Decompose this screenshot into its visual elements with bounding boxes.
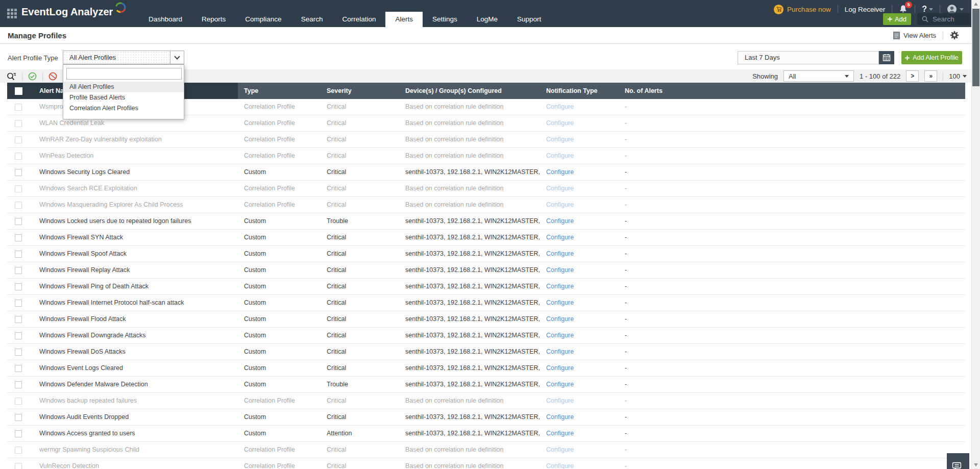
configure-link[interactable]: Configure [546,332,574,339]
row-checkbox[interactable] [15,202,22,209]
notifications-bell-icon[interactable]: 5 [899,5,908,14]
next-page-button[interactable]: > [906,70,919,82]
dropdown-option-all-alert-profiles[interactable]: All Alert Profiles [63,82,184,92]
scrollbar-thumb[interactable] [972,9,979,86]
configure-link[interactable]: Configure [546,315,574,323]
type-cell: Custom [238,377,321,392]
row-checkbox[interactable] [15,316,22,323]
alert-profile-type-select[interactable]: All Alert Profiles [63,51,184,64]
configure-link[interactable]: Configure [546,364,574,372]
scroll-down-arrow-icon[interactable] [974,463,978,466]
configure-link[interactable]: Configure [546,446,574,453]
configure-link[interactable]: Configure [546,381,574,388]
alert-name-cell: Windows Audit Events Dropped [30,409,238,425]
log-receiver-link[interactable]: Log Receiver [845,6,886,13]
row-checkbox[interactable] [15,169,22,176]
nav-alerts[interactable]: Alerts [385,12,423,27]
last-page-button[interactable]: » [924,70,937,82]
nav-dashboard[interactable]: Dashboard [139,12,192,27]
column-header-type[interactable]: Type [238,83,321,99]
configure-link[interactable]: Configure [546,234,574,241]
enable-alert-icon[interactable] [28,72,37,81]
column-header-severity[interactable]: Severity [321,83,399,99]
type-cell: Custom [238,230,321,245]
configure-link[interactable]: Configure [546,201,574,208]
configure-link[interactable]: Configure [546,413,574,421]
configure-link[interactable]: Configure [546,397,574,404]
vertical-scrollbar[interactable] [971,0,980,469]
chat-support-button[interactable] [947,453,969,469]
configure-link[interactable]: Configure [546,299,574,306]
nav-logme[interactable]: LogMe [467,12,507,27]
disable-alert-icon[interactable] [48,72,57,81]
app-logo[interactable]: EventLog Analyzer [21,6,127,18]
select-chevron-box[interactable] [170,51,184,64]
configure-link[interactable]: Configure [546,168,574,176]
nav-settings[interactable]: Settings [423,12,467,27]
configure-link[interactable]: Configure [546,185,574,192]
column-header-notification-type[interactable]: Notification Type [540,83,619,99]
configure-link[interactable]: Configure [546,283,574,290]
column-header-devices[interactable]: Device(s) / Group(s) Configured [399,83,540,99]
view-alerts-button[interactable]: View Alerts [893,32,936,39]
row-checkbox[interactable] [15,153,22,160]
nav-reports[interactable]: Reports [192,12,235,27]
row-checkbox[interactable] [15,185,22,192]
help-menu[interactable]: ? [922,5,933,14]
settings-gear-icon[interactable] [950,31,959,40]
configure-link[interactable]: Configure [546,136,574,143]
row-checkbox[interactable] [15,218,22,225]
configure-link[interactable]: Configure [546,266,574,274]
purchase-now-link[interactable]: Purchase now [774,5,831,14]
row-checkbox[interactable] [15,447,22,454]
configure-link[interactable]: Configure [546,119,574,127]
row-checkbox[interactable] [15,136,22,143]
row-checkbox[interactable] [15,234,22,241]
alert-profile-type-value: All Alert Profiles [63,51,170,64]
apps-grid-icon[interactable] [7,8,18,19]
configure-link[interactable]: Configure [546,152,574,159]
nav-compliance[interactable]: Compliance [235,12,291,27]
global-search-input[interactable]: Search [917,13,970,25]
page-size-select[interactable]: 100 [949,72,967,80]
row-checkbox[interactable] [15,398,22,405]
date-range-input[interactable]: Last 7 Days [738,51,879,64]
row-checkbox[interactable] [15,300,22,307]
dropdown-option-profile-based-alerts[interactable]: Profile Based Alerts [63,92,184,103]
user-menu[interactable] [947,4,964,14]
dropdown-search-input[interactable] [66,68,182,80]
nav-correlation[interactable]: Correlation [332,12,385,27]
search-profiles-icon[interactable] [7,72,16,81]
scroll-up-arrow-icon[interactable] [974,3,978,6]
row-checkbox[interactable] [15,381,22,388]
calendar-icon [883,54,891,62]
nav-support[interactable]: Support [507,12,551,27]
row-checkbox[interactable] [15,104,22,111]
configure-link[interactable]: Configure [546,430,574,437]
row-checkbox[interactable] [15,365,22,372]
column-header-no-of-alerts[interactable]: No. of Alerts [619,83,965,99]
logo-swoosh-icon [114,1,127,17]
row-checkbox[interactable] [15,463,22,469]
row-checkbox[interactable] [15,120,22,127]
table-row: wermgr Spawning Suspicious Child Correla… [7,442,965,458]
configure-link[interactable]: Configure [546,250,574,257]
nav-search[interactable]: Search [291,12,333,27]
add-button[interactable]: Add [883,13,911,25]
row-checkbox[interactable] [15,414,22,421]
row-checkbox[interactable] [15,267,22,274]
dropdown-option-correlation-alert-profiles[interactable]: Correlation Alert Profiles [63,103,184,114]
configure-link[interactable]: Configure [546,348,574,355]
row-checkbox[interactable] [15,283,22,290]
showing-filter-select[interactable]: All [783,70,854,82]
calendar-button[interactable] [879,51,894,64]
configure-link[interactable]: Configure [546,462,574,469]
configure-link[interactable]: Configure [546,217,574,225]
row-checkbox[interactable] [15,349,22,356]
select-all-checkbox[interactable] [15,87,22,95]
row-checkbox[interactable] [15,332,22,339]
add-alert-profile-button[interactable]: Add Alert Profile [901,51,962,64]
row-checkbox[interactable] [15,251,22,258]
row-checkbox[interactable] [15,430,22,437]
configure-link[interactable]: Configure [546,103,574,110]
